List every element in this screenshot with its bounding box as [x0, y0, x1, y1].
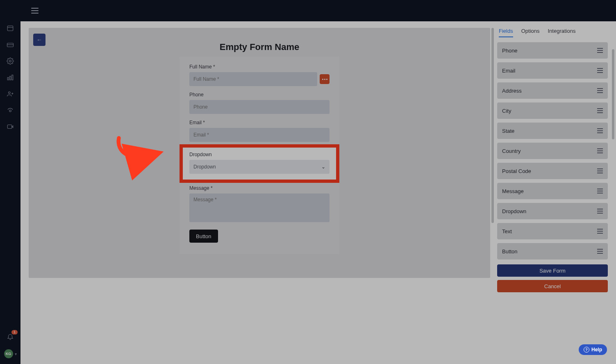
- list-item[interactable]: Button: [497, 243, 608, 259]
- highlighted-field: Dropdown Dropdown ⌄: [183, 148, 336, 180]
- drag-handle-icon[interactable]: [597, 168, 603, 173]
- nav-item-7[interactable]: [7, 123, 14, 130]
- list-item[interactable]: Phone: [497, 42, 608, 59]
- list-item[interactable]: Postal Code: [497, 163, 608, 179]
- drag-handle-icon[interactable]: [597, 108, 603, 113]
- tab-options[interactable]: Options: [521, 28, 540, 37]
- chevron-down-icon: ▾: [15, 352, 17, 356]
- tab-fields[interactable]: Fields: [499, 28, 513, 37]
- avatar: KG: [4, 349, 13, 358]
- drag-handle-icon[interactable]: [597, 189, 603, 193]
- drag-handle-icon[interactable]: [597, 229, 603, 234]
- top-bar: [0, 0, 616, 21]
- tab-integrations[interactable]: Integrations: [548, 28, 576, 37]
- svg-point-8: [9, 92, 11, 94]
- phone-input[interactable]: [189, 100, 330, 114]
- scrollbar-thumb[interactable]: [612, 49, 614, 139]
- user-menu[interactable]: KG ▾: [4, 349, 17, 358]
- svg-rect-5: [7, 77, 9, 80]
- field-label: Full Name *: [189, 64, 330, 70]
- list-item[interactable]: Message: [497, 183, 608, 199]
- drag-handle-icon[interactable]: [597, 68, 603, 73]
- fields-panel: Fields Options Integrations Phone Email …: [497, 28, 608, 292]
- nav-item-2[interactable]: [7, 41, 14, 48]
- svg-rect-12: [7, 125, 12, 129]
- drag-handle-icon[interactable]: [597, 148, 603, 153]
- field-label: Email *: [189, 120, 330, 125]
- list-item[interactable]: State: [497, 123, 608, 139]
- email-input[interactable]: [189, 128, 330, 142]
- form-canvas: ← Empty Form Name Full Name * Phone Emai…: [29, 28, 490, 278]
- list-item[interactable]: Dropdown: [497, 203, 608, 219]
- save-form-button[interactable]: Save Form: [497, 264, 608, 277]
- list-item[interactable]: Country: [497, 143, 608, 159]
- svg-rect-7: [12, 75, 13, 80]
- help-icon: ?: [584, 347, 589, 353]
- drag-handle-icon[interactable]: [597, 249, 603, 254]
- field-label: Message *: [189, 185, 330, 191]
- full-name-input[interactable]: [189, 72, 317, 86]
- dropdown-input[interactable]: Dropdown: [189, 160, 330, 174]
- svg-rect-2: [7, 43, 14, 47]
- form-title: Empty Form Name: [29, 42, 490, 52]
- form-preview: Full Name * Phone Email * Dropdown: [180, 57, 339, 254]
- list-item[interactable]: Email: [497, 62, 608, 79]
- menu-toggle-icon[interactable]: [31, 8, 39, 14]
- drag-handle-icon[interactable]: [597, 128, 603, 133]
- help-label: Help: [591, 347, 602, 353]
- available-fields-list: Phone Email Address City State Country P…: [497, 42, 608, 259]
- list-item[interactable]: Address: [497, 82, 608, 99]
- workspace: ← Empty Form Name Full Name * Phone Emai…: [20, 21, 616, 364]
- panel-tabs: Fields Options Integrations: [497, 28, 608, 40]
- help-button[interactable]: ? Help: [579, 344, 607, 355]
- drag-handle-icon[interactable]: [597, 209, 603, 214]
- svg-rect-6: [10, 76, 11, 80]
- drag-handle-icon[interactable]: [597, 48, 603, 53]
- field-full-name[interactable]: Full Name *: [189, 64, 330, 86]
- field-message[interactable]: Message *: [189, 185, 330, 224]
- svg-point-4: [9, 60, 11, 62]
- submit-button[interactable]: Button: [189, 230, 218, 243]
- nav-item-1[interactable]: [7, 25, 14, 32]
- left-sidebar: 1 KG ▾: [0, 0, 20, 364]
- field-email[interactable]: Email *: [189, 120, 330, 142]
- nav-item-6[interactable]: [7, 107, 14, 114]
- page-scrollbar[interactable]: [612, 49, 614, 254]
- notification-badge: 1: [11, 330, 18, 334]
- scrollbar-thumb[interactable]: [491, 28, 494, 223]
- nav-item-5[interactable]: [7, 90, 14, 98]
- canvas-scrollbar[interactable]: [491, 28, 494, 278]
- list-item[interactable]: City: [497, 102, 608, 119]
- notifications-icon[interactable]: 1: [7, 333, 14, 340]
- drag-handle-icon[interactable]: [597, 88, 603, 93]
- list-item[interactable]: Text: [497, 223, 608, 239]
- message-input[interactable]: [189, 193, 330, 222]
- field-label: Phone: [189, 92, 330, 98]
- field-label: Dropdown: [189, 152, 330, 157]
- nav-item-3[interactable]: [7, 57, 14, 65]
- nav-item-4[interactable]: [7, 74, 14, 81]
- chevron-down-icon: ⌄: [321, 164, 325, 170]
- field-dropdown[interactable]: Dropdown Dropdown ⌄: [189, 152, 330, 174]
- svg-rect-0: [7, 26, 13, 31]
- cancel-button[interactable]: Cancel: [497, 280, 608, 292]
- field-phone[interactable]: Phone: [189, 92, 330, 114]
- svg-point-11: [9, 110, 11, 112]
- field-options-button[interactable]: [320, 74, 330, 84]
